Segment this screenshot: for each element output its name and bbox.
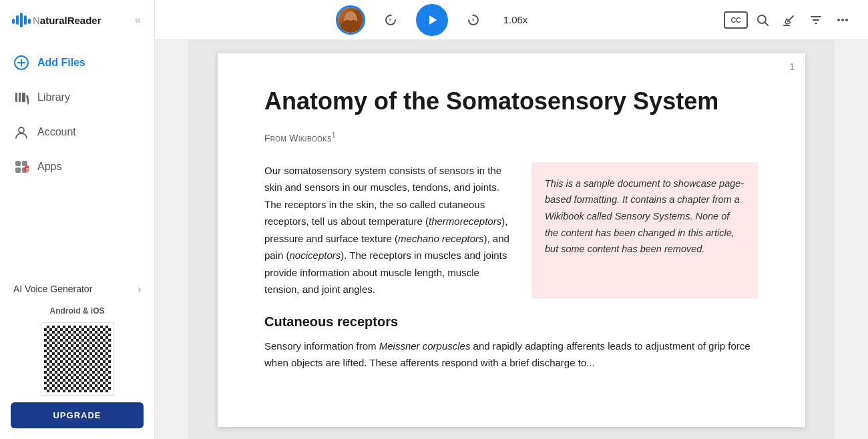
svg-rect-3 — [24, 15, 27, 25]
content-wrapper: 1 Anatomy of the Somatosensory System Fr… — [155, 40, 868, 439]
sidebar-header: NaturalReader « — [0, 0, 154, 40]
upgrade-button[interactable]: UPGRADE — [11, 402, 144, 428]
svg-rect-2 — [20, 13, 23, 27]
account-icon — [13, 124, 29, 140]
svg-point-12 — [19, 127, 24, 133]
svg-marker-23 — [429, 15, 437, 25]
svg-text:5: 5 — [389, 18, 392, 22]
qr-code — [41, 322, 114, 396]
topbar: 5 5 1.06x — [155, 0, 868, 40]
speed-display[interactable]: 1.06x — [499, 14, 532, 25]
sidebar-nav: Add Files Library Account — [0, 40, 154, 189]
rewind-button[interactable]: 5 — [379, 8, 403, 32]
cc-button[interactable]: CC — [724, 8, 748, 32]
sidebar-bottom: AI Voice Generator › Android & iOS UPGRA… — [0, 268, 154, 439]
platform-label: Android & iOS — [50, 306, 105, 316]
collapse-sidebar-button[interactable]: « — [132, 11, 144, 29]
logo-area: NaturalReader — [11, 9, 101, 31]
qr-pattern — [44, 326, 111, 392]
forward-button[interactable]: 5 — [461, 8, 485, 32]
ai-voice-label: AI Voice Generator — [13, 284, 92, 294]
sidebar-item-apps[interactable]: 2 Apps — [0, 149, 154, 184]
sidebar: NaturalReader « Add Files — [0, 0, 155, 439]
logo-text: NaturalReader — [33, 15, 101, 26]
document-area[interactable]: 1 Anatomy of the Somatosensory System Fr… — [188, 40, 835, 439]
svg-point-33 — [841, 19, 844, 21]
account-label: Account — [37, 126, 76, 138]
svg-rect-4 — [28, 19, 31, 24]
svg-line-26 — [765, 22, 769, 25]
svg-rect-14 — [22, 161, 27, 166]
library-icon — [13, 89, 29, 105]
sample-box: This is a sample document to showcase pa… — [531, 162, 758, 298]
apps-label: Apps — [37, 161, 61, 173]
svg-point-21 — [347, 13, 355, 21]
more-icon — [836, 13, 849, 27]
svg-rect-10 — [22, 93, 25, 102]
svg-rect-11 — [26, 95, 29, 104]
section-heading: Cutaneous receptors — [264, 314, 758, 330]
document-title: Anatomy of the Somatosensory System — [264, 87, 758, 115]
more-options-button[interactable] — [831, 8, 855, 32]
sidebar-item-library[interactable]: Library — [0, 80, 154, 115]
topbar-controls: 5 5 1.06x — [336, 4, 532, 36]
page-container: 1 Anatomy of the Somatosensory System Fr… — [218, 53, 805, 427]
content-row: Our somatosensory system consists of sen… — [264, 162, 758, 298]
play-button[interactable] — [416, 4, 448, 36]
highlight-icon — [783, 13, 796, 27]
svg-rect-8 — [15, 93, 17, 102]
library-label: Library — [37, 91, 70, 103]
svg-rect-0 — [12, 19, 15, 24]
avatar-image — [338, 7, 363, 33]
highlight-button[interactable] — [777, 8, 801, 32]
document-source: From Wikibooks1 — [264, 131, 758, 143]
filter-button[interactable] — [804, 8, 828, 32]
search-icon — [756, 13, 769, 27]
add-files-icon — [13, 55, 29, 71]
svg-point-20 — [341, 19, 360, 33]
chevron-right-icon: › — [138, 284, 141, 294]
add-files-label: Add Files — [37, 57, 85, 69]
svg-text:2: 2 — [26, 167, 29, 172]
svg-point-32 — [837, 19, 840, 21]
main-area: 5 5 1.06x — [155, 0, 868, 439]
svg-rect-1 — [16, 15, 19, 25]
svg-line-27 — [788, 16, 793, 21]
section-body: Sensory information from Meissner corpus… — [264, 338, 758, 372]
document-body: Our somatosensory system consists of sen… — [264, 162, 515, 298]
search-button[interactable] — [750, 8, 775, 32]
logo-icon: NaturalReader — [11, 9, 101, 31]
speaker-avatar[interactable] — [336, 5, 365, 35]
topbar-right-icons: CC — [724, 8, 855, 32]
svg-rect-9 — [19, 93, 21, 102]
naturalreader-logo-icon — [11, 9, 32, 31]
svg-rect-13 — [15, 161, 21, 166]
left-gutter — [155, 40, 188, 439]
ai-voice-generator-item[interactable]: AI Voice Generator › — [11, 278, 144, 300]
apps-icon: 2 — [13, 159, 29, 175]
filter-icon — [809, 13, 823, 27]
page-number: 1 — [789, 61, 795, 72]
cc-icon: CC — [724, 11, 748, 29]
svg-point-34 — [845, 19, 848, 21]
svg-rect-15 — [15, 167, 21, 173]
sidebar-item-account[interactable]: Account — [0, 115, 154, 149]
sidebar-item-add-files[interactable]: Add Files — [0, 45, 154, 80]
right-gutter — [835, 40, 868, 439]
svg-text:5: 5 — [472, 18, 475, 22]
